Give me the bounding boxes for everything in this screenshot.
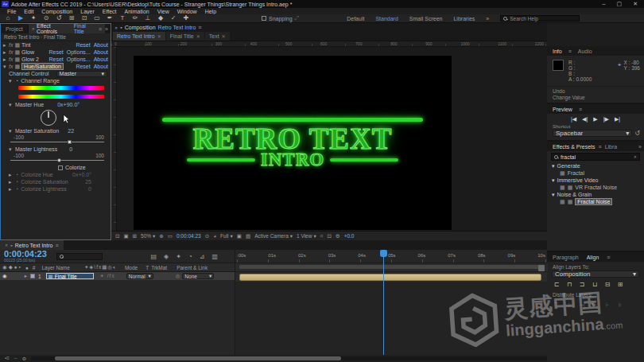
- timeline-toolbar-icon[interactable]: ◈: [164, 253, 169, 260]
- layer-twirl-icon[interactable]: ▸: [25, 273, 27, 279]
- tree-item-fractal-noise[interactable]: ▦ ▦ Fractal Noise: [547, 198, 644, 205]
- distribute-button[interactable]: ⊥: [565, 302, 573, 309]
- tab-effect-controls[interactable]: ✕ Effect Controls Final Title ≡: [29, 24, 105, 33]
- master-saturation-value[interactable]: 22: [68, 128, 74, 134]
- align-button[interactable]: ⊞: [616, 281, 624, 288]
- tree-item-vr-fractal-noise[interactable]: ▦ ▦ VR Fractal Noise: [547, 184, 644, 191]
- mode-column-header[interactable]: Mode: [125, 265, 138, 271]
- align-button[interactable]: ⊓: [565, 281, 573, 288]
- timeline-toolbar-icon[interactable]: ✦: [176, 253, 181, 260]
- pickwhip-icon[interactable]: ◎: [176, 273, 180, 279]
- help-search-input[interactable]: Search Help: [500, 15, 580, 21]
- viewer-timecode[interactable]: 0:00:04:23: [177, 233, 201, 239]
- panel-close-icon[interactable]: ✕: [5, 243, 8, 247]
- twirl-icon[interactable]: ▾: [9, 102, 13, 108]
- selection-tool-icon[interactable]: ▶: [17, 14, 25, 22]
- mask-toggle-icon[interactable]: ▭: [168, 233, 173, 239]
- panel-menu-icon[interactable]: ≡: [579, 107, 582, 112]
- distribute-button[interactable]: ⊧: [616, 302, 624, 309]
- panel-menu-icon[interactable]: ≡: [599, 144, 602, 150]
- playhead-line[interactable]: [383, 250, 384, 355]
- workspace-libraries[interactable]: Libraries: [453, 16, 475, 21]
- menu-item[interactable]: File: [3, 9, 20, 14]
- close-button[interactable]: ✕: [633, 1, 638, 7]
- layer-mode-dropdown[interactable]: Normal ▾: [126, 273, 153, 279]
- panel-more-icon[interactable]: »: [638, 144, 644, 150]
- menu-item[interactable]: Layer: [76, 9, 99, 14]
- menu-item[interactable]: Composition: [37, 9, 76, 14]
- twirl-icon[interactable]: ▾: [9, 78, 13, 84]
- magnification-dropdown[interactable]: 50%▾: [141, 233, 155, 239]
- reset-link[interactable]: Reset: [48, 56, 63, 62]
- transport-button[interactable]: |▶: [603, 116, 609, 123]
- horizontal-scrollbar[interactable]: [31, 356, 547, 360]
- tree-group-noise-grain[interactable]: ▾ Noise & Grain: [547, 191, 644, 198]
- master-lightness-slider[interactable]: [10, 158, 104, 162]
- tab-project[interactable]: Project: [1, 26, 29, 32]
- twirl-icon[interactable]: ▾: [552, 192, 555, 198]
- twirl-icon[interactable]: ▾: [552, 177, 555, 184]
- align-to-dropdown[interactable]: Composition ▾: [552, 271, 639, 278]
- slider-thumb[interactable]: [57, 158, 61, 162]
- menu-item[interactable]: Animation: [121, 9, 153, 14]
- flowchart-icon[interactable]: ⊡: [115, 233, 119, 239]
- zoom-tool-icon[interactable]: ⊙: [42, 14, 50, 22]
- slider-thumb[interactable]: [68, 140, 72, 144]
- panel-menu-icon[interactable]: ≡: [568, 49, 572, 54]
- twirl-icon[interactable]: ▸: [9, 186, 13, 193]
- hue-dial[interactable]: [41, 110, 56, 126]
- reset-link[interactable]: Reset: [76, 42, 90, 48]
- distribute-button[interactable]: ⊣: [578, 302, 586, 309]
- about-link[interactable]: About: [94, 56, 108, 62]
- transport-button[interactable]: ◀|: [582, 116, 588, 123]
- effect-row-glow2[interactable]: ▸ fx ▦ Glow 2 Reset Options... About: [1, 56, 111, 63]
- timeline-toggle-icon[interactable]: ▪≡: [5, 356, 10, 361]
- timeline-toggle-icon[interactable]: ⚙: [22, 356, 26, 361]
- about-link[interactable]: About: [94, 64, 108, 69]
- tab-close-icon[interactable]: ✕: [222, 33, 226, 39]
- resolution-dropdown[interactable]: Full▾: [220, 233, 233, 239]
- scrollbar-thumb[interactable]: [55, 356, 341, 360]
- panel-close-icon[interactable]: ✕: [114, 25, 118, 30]
- workspace-standard[interactable]: Standard: [375, 16, 398, 21]
- comp-marker-bin-icon[interactable]: [538, 265, 545, 271]
- panel-close-icon[interactable]: ✕: [32, 26, 35, 31]
- tab-paragraph[interactable]: Paragraph: [553, 255, 579, 260]
- layer-name-column-header[interactable]: Layer Name: [41, 265, 69, 271]
- brush-tool-icon[interactable]: ✏: [131, 14, 139, 22]
- trkmat-column-header[interactable]: TrkMat: [151, 265, 167, 271]
- reset-link[interactable]: Reset: [76, 64, 90, 69]
- stopwatch-icon[interactable]: ◔: [15, 78, 18, 84]
- tab-audio[interactable]: Audio: [578, 49, 592, 54]
- menu-item[interactable]: Help: [201, 9, 220, 14]
- align-button[interactable]: ⊔: [591, 281, 599, 288]
- layer-parent-dropdown[interactable]: None ▾: [182, 273, 214, 279]
- clear-search-icon[interactable]: ✕: [634, 154, 637, 159]
- monitor-icon[interactable]: ▣: [123, 233, 128, 239]
- panel-menu-icon[interactable]: ≡: [607, 255, 610, 260]
- transparency-grid-icon[interactable]: ▨: [246, 233, 250, 239]
- pixel-aspect-correction-icon[interactable]: ⌗: [320, 233, 324, 239]
- timeline-toolbar-icon[interactable]: ⊿: [200, 253, 205, 260]
- camera-dropdown[interactable]: Active Camera▾: [254, 233, 293, 239]
- playhead-handle[interactable]: [380, 250, 387, 257]
- menu-item[interactable]: Effect: [99, 9, 121, 14]
- effect-row-tint[interactable]: ▸ fx ▦ Tint Reset About: [1, 41, 111, 49]
- panel-lock-icon[interactable]: ▪: [120, 25, 122, 30]
- puppet-pin-tool-icon[interactable]: ✚: [182, 14, 190, 22]
- menu-item[interactable]: Edit: [20, 9, 37, 14]
- reset-icon[interactable]: ↺: [634, 130, 640, 137]
- twirl-icon[interactable]: ▾: [9, 146, 13, 153]
- layer-duration-bar[interactable]: [239, 274, 541, 281]
- pen-tool-icon[interactable]: ✒: [106, 14, 114, 22]
- tab-align[interactable]: Align: [587, 255, 599, 260]
- layer-visibility-eye-icon[interactable]: ◉: [0, 273, 7, 279]
- transport-button[interactable]: |◀: [571, 116, 576, 123]
- comp-tab-retro-text-intro[interactable]: Retro Text Intro✕: [113, 32, 165, 41]
- master-lightness-value[interactable]: 0: [69, 146, 72, 152]
- timeline-toolbar-icon[interactable]: ▤: [150, 253, 157, 260]
- exposure-value[interactable]: +0.0: [344, 233, 355, 239]
- shape-tool-icon[interactable]: ▭: [93, 14, 101, 22]
- timeline-ruler[interactable]: :00s01s02s03s04s05s06s07s08s09s10s: [235, 250, 547, 263]
- tab-close-icon[interactable]: ✕: [157, 33, 161, 39]
